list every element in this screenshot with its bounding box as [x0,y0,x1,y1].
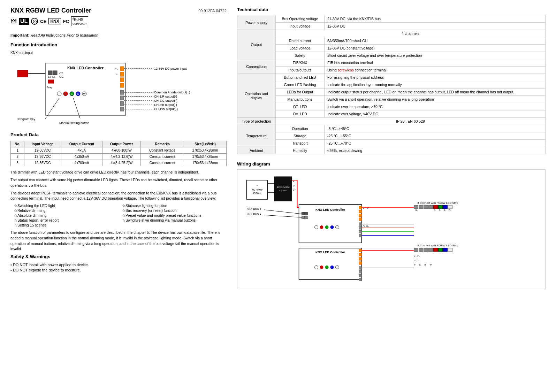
technical-data-table: Power supplyBus Operating voltage21-30V … [237,15,546,154]
tech-table-row: LEDs for OutputIndicate output status pe… [237,89,546,96]
svg-rect-86 [429,205,433,209]
svg-text:12V/24V/36V: 12V/24V/36V [277,186,289,188]
screwless-highlight: screwless [338,68,354,72]
tech-category-cell: Output [237,30,276,59]
svg-rect-115 [443,248,448,252]
safety-title: Safety & Warnings [10,254,227,259]
para-1: The dimmer with LED constant voltage dri… [10,170,227,175]
svg-rect-28 [120,107,124,111]
tech-table-row: ConnectionsEIB/KNXEIB bus connection ter… [237,59,546,67]
tech-table-row: Power supplyBus Operating voltage21-30V … [237,15,546,23]
tech-subcategory-cell: Operation [276,125,325,132]
svg-point-103 [315,266,318,269]
svg-text:If Connect with RGBW LED Strip: If Connect with RGBW LED Strip [418,244,458,247]
important-notice: Important: Read All Instructions Prior t… [10,33,227,37]
svg-point-71 [336,225,339,229]
col-remarks: Remarks [141,141,184,147]
tech-subcategory-cell: OT. LED [276,103,325,110]
svg-point-70 [330,225,334,229]
fc-cert-icon: FC [63,19,69,24]
tech-subcategory-cell: Bus Operating voltage [276,15,325,23]
function-diagram-svg: KNX LED Controller ET+ ET- OT. OV. Prog. [10,56,213,126]
svg-text:G: G [293,184,295,187]
svg-rect-75 [359,218,362,221]
svg-text:G- G-: G- G- [414,260,419,262]
feature-item: ☆Relative dimming [14,208,119,213]
svg-text:KNX LED Controller: KNX LED Controller [315,208,345,212]
svg-text:R-: R- [434,209,436,211]
svg-rect-113 [434,248,438,252]
svg-rect-8 [48,80,54,83]
tech-category-cell: Operation and display [237,74,276,118]
tech-subcategory-cell: LEDs for Output [276,89,325,96]
svg-rect-112 [429,248,433,252]
svg-rect-89 [443,205,448,209]
tech-subcategory-cell: 4 channels [276,30,546,37]
svg-rect-78 [359,230,362,233]
tech-table-row: Output4 channels [237,30,546,37]
svg-rect-26 [120,96,124,100]
svg-text:OT.: OT. [59,72,63,75]
svg-text:V+: V+ [115,68,118,70]
tech-subcategory-cell: IP 20 , EN 60 529 [276,118,546,125]
para-3: The devices adopt PUSH terminals to achi… [10,191,227,202]
tech-subcategory-cell: Rated current [276,37,325,45]
para-2: The output can connect with some big pow… [10,177,227,189]
col-output-power: Output Power [102,141,141,147]
svg-rect-109 [414,248,418,252]
tech-table-row: Green LED flashingIndicate the applicati… [237,81,546,89]
svg-rect-63 [302,212,305,215]
tech-subcategory-cell: Load voltage [276,45,325,52]
svg-text:KNX BUS ●: KNX BUS ● [247,207,261,210]
svg-rect-27 [120,101,124,106]
svg-rect-88 [439,205,443,209]
tech-value-cell: 5A/350mA/700mA×4 CH [325,37,546,45]
wiring-diagram: ~ AC Power 50/60Hz 12V/24V/36V CV PSU V+… [237,169,546,289]
svg-point-69 [325,225,329,229]
tech-subcategory-cell: Storage [276,132,325,140]
svg-text:G- G-: G- G- [363,225,369,228]
feature-item: ☆Preset value and modify preset value fu… [122,213,227,217]
tech-value-cell: -25 °C...+55°C [325,132,546,140]
page-title: KNX RGBW LED Controller [10,7,198,14]
tech-value-cell: 12-36V DC(constant voltage) [325,45,546,52]
col-input-voltage: Input Voltage [24,141,61,147]
tech-subcategory-cell: EIB/KNX [276,59,325,67]
svg-text:~: ~ [256,184,258,187]
svg-point-106 [330,266,334,269]
svg-text:CH 1:R output(-): CH 1:R output(-) [154,95,177,98]
svg-text:CV PSU: CV PSU [279,190,287,192]
tech-table-row: SafetyShort-circuit ,over voltage and ov… [237,52,546,59]
svg-rect-128 [359,270,362,273]
tech-subcategory-cell: Inputs/outputs [276,67,325,74]
svg-rect-123 [359,249,362,252]
svg-rect-127 [359,267,362,269]
svg-rect-72 [359,206,362,209]
tech-value-cell: Indicate over-temperature, >70 °C [325,103,546,110]
svg-text:KNX LED Controller: KNX LED Controller [315,251,345,254]
svg-text:V-: V- [116,74,118,76]
svg-point-105 [325,266,329,269]
svg-text:G-: G- [419,264,422,266]
svg-rect-77 [359,226,362,229]
svg-text:If Connect with RGBW LED Strip: If Connect with RGBW LED Strip [418,201,458,205]
tech-category-cell: Connections [237,59,276,74]
tech-table-row: Inputs/outputsUsing screwless connection… [237,67,546,74]
safety-list: • DO NOT install with power applied to d… [10,263,227,272]
svg-text:W-: W- [430,264,433,266]
tech-subcategory-cell: Manual buttons [276,96,325,103]
tech-table-row: Operation and displayButton and red LEDF… [237,74,546,81]
svg-rect-51 [275,177,292,201]
wiring-title: Wiring diagram [237,161,546,167]
tech-table-row: Input voltage12-36V DC [237,23,546,30]
svg-text:Prog.: Prog. [47,86,53,89]
svg-line-134 [264,215,302,217]
svg-rect-129 [359,274,362,277]
feature-item: ☆Bus recovery (or reset) function [122,208,227,213]
svg-rect-124 [359,253,362,256]
doc-number: 09.912FA.04722 [198,7,227,13]
svg-text:50/60Hz: 50/60Hz [252,192,262,194]
svg-rect-79 [359,234,362,237]
svg-rect-22 [120,83,124,87]
svg-rect-90 [448,205,452,209]
